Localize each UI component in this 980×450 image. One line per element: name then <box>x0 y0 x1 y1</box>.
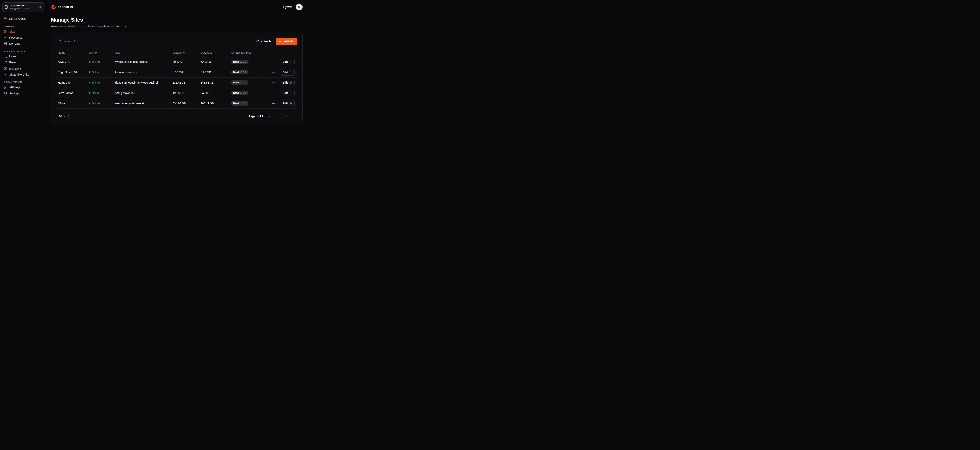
page-title: Manage Sites <box>51 17 302 23</box>
sidebar-section-organization: ORGANIZATION <box>4 81 42 83</box>
edit-button[interactable]: Edit <box>280 59 294 65</box>
sidebar-item-domains[interactable]: Domains <box>2 41 44 47</box>
sidebar-item-label: Server Admin <box>9 17 25 21</box>
search-input[interactable] <box>63 40 123 43</box>
next-page-button[interactable] <box>283 113 289 119</box>
sidebar-item-roles[interactable]: Roles <box>2 59 44 65</box>
edit-button[interactable]: Edit <box>280 79 294 86</box>
sidebar-item-users[interactable]: Users <box>2 53 44 59</box>
avatar[interactable]: M <box>296 4 302 10</box>
edit-button[interactable]: Edit <box>280 90 294 96</box>
row-menu-button[interactable] <box>271 101 276 106</box>
status-badge: Online <box>89 102 115 105</box>
sort-icon <box>67 51 69 54</box>
sidebar: Organization milo@fossorial.io's ... Ser… <box>0 0 46 139</box>
main-area: PANGOLIN System M Manage Sites Allow con… <box>46 0 307 139</box>
org-picker-subtitle: milo@fossorial.io's ... <box>10 7 37 10</box>
sidebar-item-sites[interactable]: Sites <box>2 29 44 35</box>
sites-card: Refresh Add Site Name Onl <box>51 33 302 124</box>
connection-type-badge: Newtv1.3.2 <box>231 60 248 64</box>
status-badge: Online <box>89 71 115 74</box>
add-site-button[interactable]: Add Site <box>276 38 298 45</box>
data-in: 12.65 GB <box>173 92 201 95</box>
sites-icon <box>4 30 7 33</box>
table-row: Jeff's Laptop Online smug-brown-rat 12.6… <box>56 88 298 98</box>
brand-name: PANGOLIN <box>58 6 73 9</box>
column-header-online[interactable]: Online <box>89 51 115 54</box>
column-header-site[interactable]: Site <box>115 51 173 54</box>
site-name: Jeff's Laptop <box>58 92 89 95</box>
page-size-select[interactable]: 20 <box>56 113 68 119</box>
sidebar-scrollbar[interactable] <box>46 82 46 87</box>
arrow-right-icon <box>289 81 292 84</box>
data-in: 534.98 GB <box>173 102 201 105</box>
topbar: PANGOLIN System M <box>46 0 307 14</box>
key-icon <box>4 86 7 89</box>
table-row: AWS VPC Online vivacious-little-blue-pen… <box>56 57 298 67</box>
sidebar-item-label: API Keys <box>9 86 21 89</box>
edit-button[interactable]: Edit <box>280 69 294 76</box>
sidebar-item-resources[interactable]: Resources <box>2 35 44 41</box>
status-badge: Online <box>89 60 115 63</box>
row-menu-button[interactable] <box>271 60 276 65</box>
online-dot-icon <box>89 103 91 104</box>
data-in: 30.12 MB <box>173 60 201 63</box>
sidebar-item-label: Sites <box>9 30 15 33</box>
site-slug: welcome-giant-mole-rat <box>115 102 173 105</box>
prev-page-button[interactable] <box>275 113 281 119</box>
column-header-data-out[interactable]: Data Out <box>201 51 231 54</box>
arrow-right-icon <box>289 102 292 105</box>
globe-icon <box>4 42 7 45</box>
data-in: 5.00 MB <box>173 71 201 74</box>
data-out: 34.80 GB <box>201 92 231 95</box>
data-out: 780.12 GB <box>201 102 231 105</box>
first-page-button[interactable] <box>267 113 273 119</box>
site-slug: smug-brown-rat <box>115 92 173 95</box>
connection-type-badge: Newtv1.3.2 <box>231 91 248 95</box>
data-in: 112.42 GB <box>173 81 201 84</box>
sidebar-item-server-admin[interactable]: Server Admin <box>2 16 44 22</box>
chevrons-left-icon <box>269 115 272 118</box>
chevrons-right-icon <box>293 115 296 118</box>
sort-icon <box>253 51 256 54</box>
building-icon <box>5 5 8 9</box>
sidebar-section-general: GENERAL <box>4 25 42 28</box>
refresh-button[interactable]: Refresh <box>253 38 274 45</box>
chevron-right-icon <box>285 115 288 118</box>
sidebar-item-label: Users <box>9 55 16 58</box>
row-menu-button[interactable] <box>271 91 276 95</box>
connection-type-badge: Newtv1.3.2 <box>231 70 248 74</box>
online-dot-icon <box>89 71 91 73</box>
waypoints-icon <box>4 36 7 39</box>
edit-button[interactable]: Edit <box>280 100 294 107</box>
link-icon <box>4 73 7 76</box>
refresh-icon <box>256 40 259 43</box>
last-page-button[interactable] <box>291 113 298 119</box>
data-out: 52.02 MB <box>201 60 231 63</box>
org-picker[interactable]: Organization milo@fossorial.io's ... <box>2 2 44 12</box>
arrow-right-icon <box>289 92 292 94</box>
plus-icon <box>279 40 282 43</box>
column-header-connection-type[interactable]: Connection Type <box>231 51 296 54</box>
search-box <box>56 38 125 45</box>
row-menu-button[interactable] <box>271 80 276 85</box>
theme-toggle[interactable]: System <box>278 5 293 9</box>
sidebar-item-label: Invitations <box>9 67 22 70</box>
row-menu-button[interactable] <box>271 70 276 75</box>
sort-icon <box>98 51 100 54</box>
column-header-data-in[interactable]: Data In <box>173 51 201 54</box>
column-header-name[interactable]: Name <box>58 51 89 54</box>
online-dot-icon <box>89 61 91 63</box>
sidebar-item-api-keys[interactable]: API Keys <box>2 84 44 90</box>
online-dot-icon <box>89 92 91 94</box>
arrow-right-icon <box>289 71 292 74</box>
site-name: Office <box>58 102 89 105</box>
brand: PANGOLIN <box>51 5 73 10</box>
sidebar-item-invitations[interactable]: Invitations <box>2 65 44 71</box>
sidebar-item-settings[interactable]: Settings <box>2 90 44 96</box>
status-badge: Online <box>89 92 115 95</box>
sidebar-item-label: Settings <box>9 92 19 95</box>
arrow-right-icon <box>289 60 292 63</box>
sidebar-item-label: Shareable Links <box>9 73 29 76</box>
sidebar-item-shareable-links[interactable]: Shareable Links <box>2 71 44 78</box>
